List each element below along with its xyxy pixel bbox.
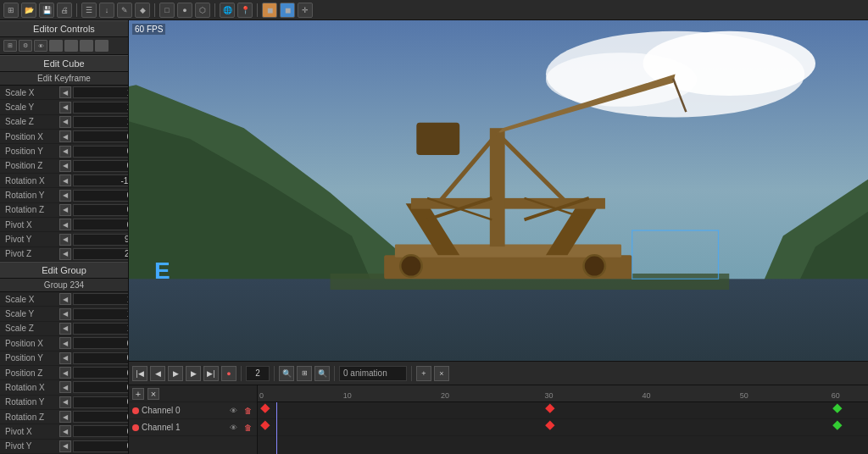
g-rot-y-left[interactable]: ◀ [59,396,71,408]
tl-play[interactable]: ▶ [168,366,183,381]
g-scale-x-left[interactable]: ◀ [59,293,71,305]
rot-x-left-arrow[interactable]: ◀ [59,174,71,186]
scale-x-input[interactable] [73,86,129,98]
position-y-input[interactable] [73,146,129,158]
g-piv-x-left[interactable]: ◀ [59,425,71,437]
playhead[interactable] [276,402,277,454]
g-scale-z-row: Scale Z ◀ ▶ [0,322,128,336]
rotation-y-input[interactable] [73,190,129,202]
rotation-z-input[interactable] [73,204,129,216]
toolbar-icon-save[interactable]: 💾 [39,3,54,18]
toolbar-icon-open[interactable]: 📂 [21,3,36,18]
position-x-input[interactable] [73,130,129,142]
toolbar-icon-color2[interactable]: ◼ [280,3,295,18]
channel-1-delete[interactable]: 🗑 [242,422,253,434]
toolbar-icon-shape[interactable]: ◆ [135,3,150,18]
tl-record[interactable]: ● [221,366,236,381]
toolbar-icon-list[interactable]: ☰ [81,3,97,18]
ec-icon-b4[interactable] [95,40,108,52]
position-z-input[interactable] [73,160,129,172]
g-rot-x-input[interactable] [73,381,129,393]
g-scale-y-input[interactable] [73,308,129,320]
pivot-y-input[interactable] [73,234,129,246]
g-piv-x-input[interactable] [73,425,129,437]
pivot-z-input[interactable] [73,248,129,260]
g-pos-y-left[interactable]: ◀ [59,352,71,364]
g-piv-y-left[interactable]: ◀ [59,440,71,452]
rotation-x-input[interactable] [73,174,129,186]
toolbar-icon-download[interactable]: ↓ [99,3,114,18]
g-scale-x-input[interactable] [73,293,129,305]
toolbar-icon-pin[interactable]: 📍 [237,3,253,18]
pos-z-left-arrow[interactable]: ◀ [59,160,71,172]
piv-y-left-arrow[interactable]: ◀ [59,234,71,246]
toolbar-icon-add[interactable]: ✛ [298,3,313,18]
channel-1-eye[interactable]: 👁 [227,422,239,434]
rot-z-left-arrow[interactable]: ◀ [59,204,71,216]
tl-anim-name[interactable] [339,366,407,381]
rot-y-left-arrow[interactable]: ◀ [59,190,71,202]
channel-0-delete[interactable]: 🗑 [242,405,253,417]
g-pos-x-left[interactable]: ◀ [59,337,71,349]
ec-icon-checker[interactable]: ⊞ [3,40,17,52]
g-pos-z-input[interactable] [73,367,129,379]
tl-prev-frame[interactable]: ◀ [150,366,165,381]
tl-zoom-in[interactable]: 🔍 [314,366,330,381]
tl-skip-start[interactable]: |◀ [132,366,147,381]
toolbar-icon-color1[interactable]: ◼ [262,3,277,18]
piv-x-left-arrow[interactable]: ◀ [59,219,71,230]
tl-zoom-fit[interactable]: ⊞ [297,366,312,381]
pivot-y-label: Pivot Y [2,235,59,244]
toolbar-icon-grid[interactable]: ⊞ [3,3,19,18]
tl-add-anim[interactable]: + [416,366,431,381]
ec-icon-b1[interactable] [49,40,63,52]
toolbar-icon-globe[interactable]: 🌐 [220,3,235,18]
kf-c0-60[interactable] [832,403,842,412]
tl-frame-input[interactable] [246,366,270,381]
kf-c0-30[interactable] [546,403,555,412]
remove-track-btn[interactable]: × [147,388,159,400]
pos-x-left-arrow[interactable]: ◀ [59,130,71,142]
g-rot-z-left[interactable]: ◀ [59,411,71,423]
scale-z-input[interactable] [73,116,129,128]
tl-zoom-out[interactable]: 🔍 [279,366,294,381]
scale-x-left-arrow[interactable]: ◀ [59,86,71,98]
ec-icon-gear[interactable]: ⚙ [19,40,32,52]
g-piv-y-input[interactable] [73,440,129,452]
ec-icon-eye[interactable]: 👁 [34,40,47,52]
g-pos-x-input[interactable] [73,337,129,349]
g-rot-z-input[interactable] [73,411,129,423]
tl-next-frame[interactable]: ▶ [186,366,201,381]
pivot-x-input[interactable] [73,219,129,230]
g-scale-z-left[interactable]: ◀ [59,323,71,335]
scale-y-left-arrow[interactable]: ◀ [59,102,71,114]
ec-icon-b2[interactable] [64,40,78,52]
tl-skip-end[interactable]: ▶| [203,366,219,381]
g-rot-y-input[interactable] [73,396,129,408]
timeline-tracks: + × Channel 0 👁 🗑 Channel 1 👁 🗑 [129,385,868,454]
channel-0-eye[interactable]: 👁 [227,405,239,417]
toolbar-icon-sphere[interactable]: ● [177,3,192,18]
g-scale-z-input[interactable] [73,323,129,335]
toolbar-icon-cylinder[interactable]: ⬡ [195,3,210,18]
toolbar-icon-cube[interactable]: □ [159,3,175,18]
g-rot-x-left[interactable]: ◀ [59,381,71,393]
add-track-btn[interactable]: + [132,388,144,400]
kf-c1-0[interactable] [260,420,270,429]
viewport[interactable]: 60 FPS E [129,20,868,361]
pos-y-left-arrow[interactable]: ◀ [59,146,71,158]
scale-z-left-arrow[interactable]: ◀ [59,116,71,128]
scale-y-input[interactable] [73,102,129,114]
toolbar-icon-print[interactable]: 🖨 [57,3,72,18]
kf-c1-30[interactable] [546,420,555,429]
piv-z-left-arrow[interactable]: ◀ [59,248,71,260]
g-pos-z-left[interactable]: ◀ [59,367,71,379]
kf-c1-60[interactable] [832,420,842,429]
g-pos-y-input[interactable] [73,352,129,364]
tl-close-anim[interactable]: × [434,366,449,381]
kf-c0-0[interactable] [260,403,270,412]
g-scale-y-left[interactable]: ◀ [59,308,71,320]
toolbar-icon-edit[interactable]: ✎ [117,3,132,18]
timeline-controls: |◀ ◀ ▶ ▶ ▶| ● 🔍 ⊞ 🔍 + × [129,362,868,385]
ec-icon-b3[interactable] [80,40,93,52]
